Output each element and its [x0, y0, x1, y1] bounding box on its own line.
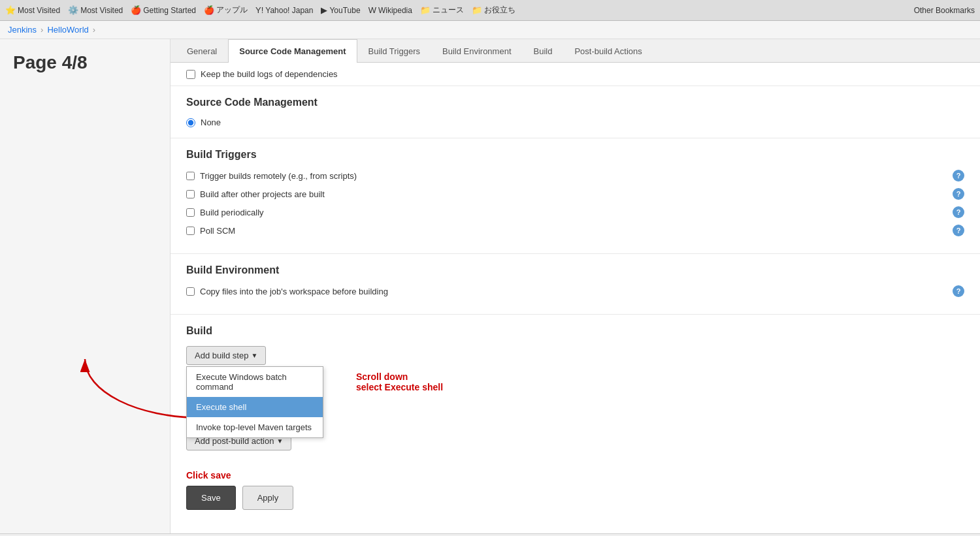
select-execute-shell-annotation: select Execute shell	[356, 382, 443, 392]
click-save-annotation: Click save	[186, 470, 231, 481]
build-section: Build Add build step ▼ Execute Windows b…	[171, 315, 980, 520]
save-button[interactable]: Save	[186, 486, 236, 510]
breadcrumb-jenkins[interactable]: Jenkins	[8, 25, 37, 35]
breadcrumb-helloworld[interactable]: HelloWorld	[47, 25, 88, 35]
build-env-copy-label: Copy files into the job's workspace befo…	[200, 287, 947, 296]
build-env-copy-row: Copy files into the job's workspace befo…	[186, 285, 964, 297]
source-code-none-row: None	[186, 118, 964, 127]
folder-icon: 📁	[420, 5, 431, 15]
tab-build-triggers[interactable]: Build Triggers	[357, 39, 431, 63]
trigger-after-row: Build after other projects are built ?	[186, 188, 964, 200]
other-bookmarks[interactable]: Other Bookmarks	[914, 6, 975, 15]
trigger-poll-row: Poll SCM ?	[186, 225, 964, 236]
breadcrumb: Jenkins › HelloWorld ›	[0, 21, 980, 39]
tab-bar: General Source Code Management Build Tri…	[171, 39, 980, 63]
build-title: Build	[186, 325, 964, 337]
tab-post-build-actions[interactable]: Post-build Actions	[563, 39, 653, 63]
star-icon: ⭐	[5, 5, 16, 15]
page-title: Page 4/8	[13, 52, 157, 73]
youtube-icon: ▶	[321, 5, 327, 15]
build-step-dropdown: Execute Windows batch command Execute sh…	[186, 366, 323, 438]
trigger-remote-checkbox[interactable]	[186, 172, 195, 180]
apple-icon-2: 🍎	[204, 5, 214, 15]
add-build-step-button[interactable]: Add build step ▼	[186, 346, 266, 365]
trigger-after-help[interactable]: ?	[953, 188, 964, 200]
trigger-poll-checkbox[interactable]	[186, 227, 195, 235]
bookmark-most-visited-2[interactable]: ⚙️ Most Visited	[68, 5, 123, 15]
dropdown-item-maven[interactable]: Invoke top-level Maven targets	[187, 417, 323, 437]
trigger-poll-label: Poll SCM	[200, 226, 947, 236]
add-build-step-label: Add build step	[195, 351, 248, 360]
build-env-copy-checkbox[interactable]	[186, 287, 195, 296]
trigger-remote-help[interactable]: ?	[953, 170, 964, 181]
trigger-remote-label: Trigger builds remotely (e.g., from scri…	[200, 171, 947, 181]
build-environment-section: Build Environment Copy files into the jo…	[171, 254, 980, 315]
tab-source-code-management[interactable]: Source Code Management	[228, 39, 357, 63]
scroll-down-annotation: Scroll down	[356, 371, 408, 382]
trigger-periodic-help[interactable]: ?	[953, 206, 964, 218]
build-env-copy-help[interactable]: ?	[953, 285, 964, 297]
status-bar: c-banesm-test:8080/job/HelloWorld/config…	[0, 533, 980, 536]
build-triggers-title: Build Triggers	[186, 149, 964, 161]
bookmark-oyakudachi[interactable]: 📁 お役立ち	[472, 5, 515, 16]
tab-general[interactable]: General	[176, 39, 228, 63]
source-code-management-title: Source Code Management	[186, 97, 964, 108]
trigger-periodic-checkbox[interactable]	[186, 208, 195, 217]
folder-icon-2: 📁	[472, 5, 482, 15]
bookmark-wikipedia[interactable]: W Wikipedia	[368, 5, 412, 15]
keep-log-section: Keep the build logs of dependencies	[171, 63, 980, 86]
save-area: Save Apply	[186, 486, 964, 510]
tab-build-environment[interactable]: Build Environment	[431, 39, 523, 63]
trigger-after-checkbox[interactable]	[186, 190, 195, 198]
content-area: Keep the build logs of dependencies Sour…	[171, 63, 980, 520]
bookmark-youtube[interactable]: ▶ YouTube	[321, 5, 360, 15]
keep-log-label: Keep the build logs of dependencies	[201, 69, 338, 79]
bookmark-getting-started[interactable]: 🍎 Getting Started	[131, 5, 196, 15]
bookmark-yahoo-japan[interactable]: Y! Yahoo! Japan	[255, 5, 313, 15]
trigger-remote-row: Trigger builds remotely (e.g., from scri…	[186, 170, 964, 181]
sidebar: Page 4/8	[0, 39, 170, 533]
breadcrumb-separator-2: ›	[93, 25, 95, 35]
trigger-poll-help[interactable]: ?	[953, 225, 964, 236]
trigger-periodic-label: Build periodically	[200, 208, 947, 217]
build-triggers-section: Build Triggers Trigger builds remotely (…	[171, 138, 980, 254]
dropdown-item-execute-shell[interactable]: Execute shell	[187, 397, 323, 417]
bookmark-news[interactable]: 📁 ニュース	[420, 5, 464, 16]
tab-build[interactable]: Build	[523, 39, 564, 63]
bookmark-most-visited-1[interactable]: ⭐ Most Visited	[5, 5, 60, 15]
browser-bar: ⭐ Most Visited ⚙️ Most Visited 🍎 Getting…	[0, 0, 980, 21]
bookmark-apple-jp[interactable]: 🍎 アップル	[204, 5, 248, 16]
source-code-management-section: Source Code Management None	[171, 86, 980, 138]
keep-log-checkbox[interactable]	[186, 70, 195, 79]
source-code-none-label: None	[201, 118, 221, 127]
apple-icon: 🍎	[131, 5, 141, 15]
source-code-none-radio[interactable]	[186, 118, 195, 127]
yahoo-icon: Y!	[255, 5, 263, 15]
add-build-step-arrow: ▼	[251, 352, 257, 359]
breadcrumb-separator: ›	[41, 25, 43, 35]
trigger-periodic-row: Build periodically ?	[186, 206, 964, 218]
trigger-after-label: Build after other projects are built	[200, 189, 947, 199]
add-post-build-arrow: ▼	[276, 437, 283, 445]
dropdown-item-windows-batch[interactable]: Execute Windows batch command	[187, 367, 323, 397]
gear-icon: ⚙️	[68, 5, 78, 15]
apply-button[interactable]: Apply	[242, 486, 294, 510]
wikipedia-icon: W	[368, 5, 376, 15]
build-environment-title: Build Environment	[186, 264, 964, 276]
main-content: General Source Code Management Build Tri…	[170, 39, 980, 533]
